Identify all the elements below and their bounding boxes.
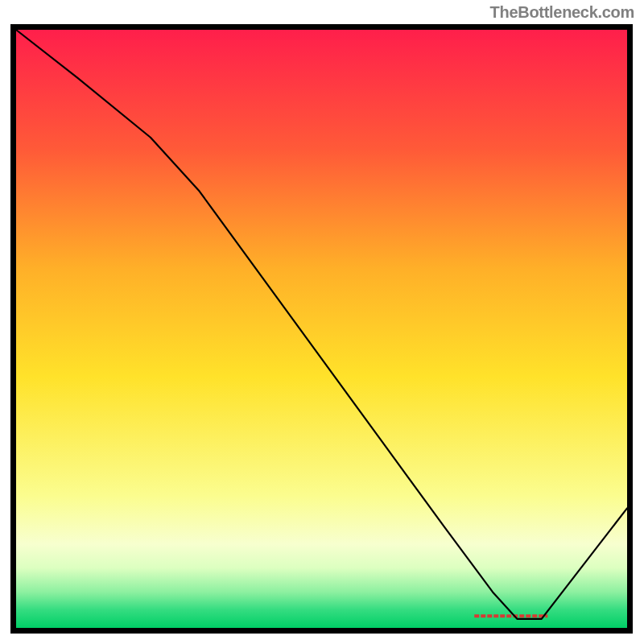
chart-area (10, 24, 633, 634)
attribution-text: TheBottleneck.com (490, 3, 634, 22)
chart-svg (10, 24, 633, 634)
chart-background-gradient (16, 30, 627, 628)
